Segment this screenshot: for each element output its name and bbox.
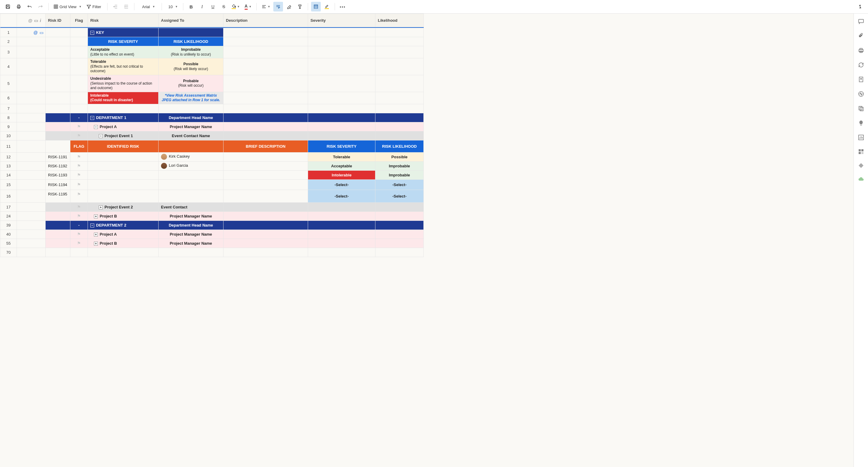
collapse-icon[interactable]: −: [90, 31, 94, 35]
row-7[interactable]: 7: [0, 104, 424, 113]
fill-color-dropdown[interactable]: ▼: [230, 2, 242, 11]
row-9-projA[interactable]: 9 ⚑ −Project A Project Manager Name: [0, 122, 424, 131]
expand-icon[interactable]: +: [94, 242, 98, 246]
flag-icon[interactable]: ⚑: [77, 163, 81, 168]
row-12-risk[interactable]: 12 RISK-1191 ⚑ Kirk Caskey Tolerable Pos…: [0, 152, 424, 161]
align-dropdown[interactable]: ▼: [260, 2, 272, 11]
row-16-risk[interactable]: 16 RISK-1195 ⚑ -Select- -Select-: [0, 190, 424, 203]
row-40-d2projA[interactable]: 40 ⚑ +Project A Project Manager Name: [0, 229, 424, 239]
indent-button[interactable]: [121, 2, 131, 11]
font-size-dropdown[interactable]: 10▼: [165, 2, 180, 11]
comment-icon[interactable]: ▭: [39, 30, 43, 35]
rownum[interactable]: 2: [0, 37, 17, 46]
collapse-icon[interactable]: [855, 2, 865, 11]
rownum[interactable]: 24: [0, 212, 17, 220]
risk-id[interactable]: RISK-1195: [45, 190, 70, 203]
filter-button[interactable]: Filter: [85, 2, 104, 11]
more-button[interactable]: •••: [338, 2, 348, 11]
expand-icon[interactable]: +: [94, 215, 98, 218]
row-3[interactable]: 3 Acceptable(Little to no effect on even…: [0, 46, 424, 58]
expand-icon[interactable]: +: [99, 206, 103, 209]
flag-icon[interactable]: ⚑: [77, 173, 81, 177]
rownum[interactable]: 11: [0, 140, 17, 152]
row-14-risk[interactable]: 14 RISK-1193 ⚑ Intolerable Improbable: [0, 170, 424, 180]
expand-icon[interactable]: +: [94, 232, 98, 237]
print-panel-icon[interactable]: [858, 48, 864, 54]
comments-panel-icon[interactable]: [858, 19, 864, 25]
collapse-icon[interactable]: −: [99, 134, 103, 138]
likelihood-cell[interactable]: -Select-: [375, 180, 424, 190]
row-11-headers[interactable]: 11 FLAG IDENTIFIED RISK BRIEF DESCRIPTIO…: [0, 140, 424, 152]
font-family-dropdown[interactable]: Arial▼: [137, 2, 159, 11]
undo-button[interactable]: [25, 2, 34, 11]
text-color-dropdown[interactable]: A▼: [243, 2, 253, 11]
likelihood-cell[interactable]: Possible: [375, 152, 424, 161]
risk-id[interactable]: RISK-1192: [45, 161, 70, 170]
idea-icon[interactable]: [858, 120, 864, 126]
risk-id[interactable]: RISK-1193: [45, 170, 70, 180]
row-6[interactable]: 6 Intolerable(Could result in disaster) …: [0, 92, 424, 104]
corner-cell[interactable]: [0, 14, 17, 27]
flag-icon[interactable]: ⚑: [77, 214, 81, 218]
assignee[interactable]: Kirk Caskey: [169, 154, 190, 159]
info-icon[interactable]: i: [40, 18, 41, 23]
severity-cell[interactable]: Acceptable: [308, 161, 375, 170]
activity-icon[interactable]: [858, 91, 864, 97]
print-button[interactable]: [14, 2, 24, 11]
diamond-icon[interactable]: [858, 163, 864, 168]
severity-cell[interactable]: Tolerable: [308, 152, 375, 161]
col-risk[interactable]: Risk: [88, 14, 159, 27]
chart-icon[interactable]: [858, 134, 864, 141]
copy-icon[interactable]: [858, 105, 864, 112]
rownum[interactable]: 17: [0, 203, 17, 212]
severity-cell[interactable]: Intolerable: [308, 170, 375, 180]
conditional-format-button[interactable]: [311, 2, 321, 11]
rownum[interactable]: 39: [0, 220, 17, 229]
collapse-icon[interactable]: −: [90, 116, 94, 120]
clear-format-button[interactable]: [284, 2, 294, 11]
flag-icon[interactable]: ⚑: [77, 154, 81, 159]
row-2[interactable]: 2 RISK SEVERITY RISK LIKELIHOOD: [0, 37, 424, 46]
collapse-icon[interactable]: −: [90, 223, 94, 227]
row-70[interactable]: 70: [0, 248, 424, 257]
row-13-risk[interactable]: 13 RISK-1192 ⚑ Lori Garcia Acceptable Im…: [0, 161, 424, 170]
row-5[interactable]: 5 Undesirable(Serious impact to the cour…: [0, 75, 424, 92]
likelihood-cell[interactable]: Improbable: [375, 161, 424, 170]
risk-id[interactable]: RISK-1191: [45, 152, 70, 161]
severity-cell[interactable]: -Select-: [308, 180, 375, 190]
comment-icon[interactable]: ▭: [34, 18, 38, 23]
row-15-risk[interactable]: 15 RISK-1194 ⚑ -Select- -Select-: [0, 180, 424, 190]
rownum[interactable]: 6: [0, 92, 17, 104]
apps-icon[interactable]: [858, 149, 864, 154]
format-painter-button[interactable]: [295, 2, 305, 11]
col-likelihood[interactable]: Likelihood: [375, 14, 424, 27]
outdent-button[interactable]: [111, 2, 120, 11]
rownum[interactable]: 9: [0, 122, 17, 131]
flag-icon[interactable]: ⚑: [77, 205, 81, 209]
rownum[interactable]: 70: [0, 248, 17, 257]
row-1[interactable]: 1 @▭ −KEY: [0, 28, 424, 37]
italic-button[interactable]: I: [197, 2, 207, 11]
underline-button[interactable]: U: [208, 2, 218, 11]
row-4[interactable]: 4 Tolerable(Effects are felt, but not cr…: [0, 58, 424, 75]
col-description[interactable]: Description: [223, 14, 308, 27]
rownum[interactable]: 1: [0, 28, 17, 37]
rownum[interactable]: 16: [0, 190, 17, 203]
collapse-icon[interactable]: −: [94, 125, 98, 129]
bold-button[interactable]: B: [186, 2, 196, 11]
row-39-dept2[interactable]: 39 - −DEPARTMENT 2 Department Head Name: [0, 220, 424, 229]
col-flag[interactable]: Flag: [70, 14, 88, 27]
wrap-text-button[interactable]: [273, 2, 283, 11]
refresh-icon[interactable]: [858, 62, 864, 68]
rownum[interactable]: 5: [0, 75, 17, 92]
col-severity[interactable]: Severity: [308, 14, 375, 27]
row-24-projB[interactable]: 24 ⚑ +Project B Project Manager Name: [0, 212, 424, 220]
save-button[interactable]: [3, 2, 13, 11]
flag-icon[interactable]: ⚑: [77, 133, 81, 138]
strikethrough-button[interactable]: S: [219, 2, 229, 11]
attachment-icon[interactable]: @: [28, 18, 32, 23]
rownum[interactable]: 40: [0, 229, 17, 239]
likelihood-cell[interactable]: Improbable: [375, 170, 424, 180]
row-8-dept1[interactable]: 8 - −DEPARTMENT 1 Department Head Name: [0, 113, 424, 122]
row-55-d2projB[interactable]: 55 ⚑ +Project B Project Manager Name: [0, 239, 424, 248]
